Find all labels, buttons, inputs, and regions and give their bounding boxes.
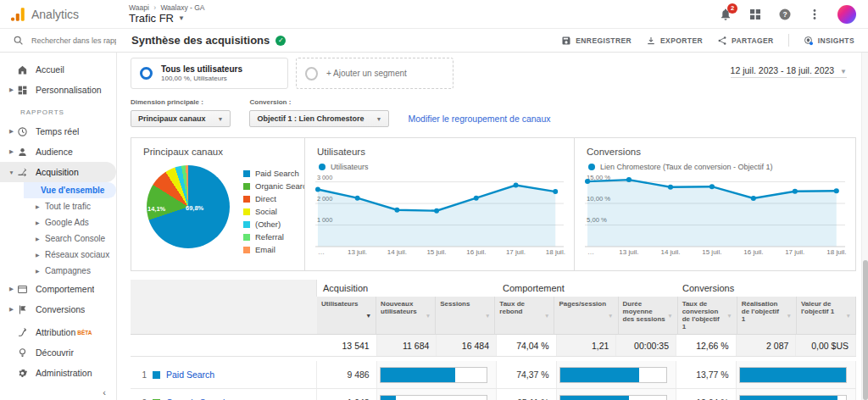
sort-icon: ▼ xyxy=(846,313,851,319)
sort-icon: ▼ xyxy=(365,313,371,319)
legend-item[interactable]: (Other) xyxy=(243,218,311,231)
sidebar-item-personnalisation[interactable]: ▶Personnalisation xyxy=(0,80,116,100)
breadcrumb-account[interactable]: Waapi xyxy=(129,3,149,12)
edit-channel-grouping-link[interactable]: Modifier le regroupement de canaux xyxy=(408,114,550,127)
legend-item[interactable]: Social xyxy=(243,205,311,218)
users-legend-label: Utilisateurs xyxy=(331,163,369,171)
conversions-line-chart[interactable]: 5,00 %10,00 %15,00 %…13 juil.14 juil.15 … xyxy=(585,175,845,258)
column-header-7[interactable]: Réalisation de l'objectif 1▼ xyxy=(737,297,797,335)
table-row: 2Organic Search1 94365,11 %12,64 % xyxy=(131,389,856,400)
x-axis-labels: …13 juil.14 juil.15 juil.16 juil.17 juil… xyxy=(585,248,845,258)
insights-button[interactable]: INSIGHTS xyxy=(804,36,854,46)
add-segment-button[interactable]: + Ajouter un segment xyxy=(296,58,453,89)
breadcrumb: Waapi › Waalaxy - GA xyxy=(129,3,205,12)
column-header-0[interactable]: Utilisateurs▼ xyxy=(317,297,376,335)
sidebar-item-acquisition[interactable]: ▼Acquisition xyxy=(0,162,116,182)
notifications-button[interactable]: 2 xyxy=(719,8,732,21)
save-button[interactable]: ENREGISTRER xyxy=(561,36,632,46)
search-input[interactable] xyxy=(31,36,116,45)
breadcrumb-property[interactable]: Waalaxy - GA xyxy=(160,3,204,12)
sidebar-item-label: Découvrir xyxy=(36,347,74,358)
gear-icon xyxy=(17,368,28,379)
sidebar-item-audience[interactable]: ▶Audience xyxy=(0,142,116,162)
column-header-5[interactable]: Durée moyenne des sessions▼ xyxy=(619,297,678,335)
table-corner xyxy=(131,280,317,297)
page-scrollbar[interactable] xyxy=(861,53,868,400)
sidebar-item-google-ads[interactable]: ▶Google Ads xyxy=(0,214,116,231)
legend-item[interactable]: Organic Search xyxy=(243,180,311,192)
column-header-4[interactable]: Pages/session▼ xyxy=(554,297,618,335)
segment-ring-icon xyxy=(140,67,153,80)
conversion-select[interactable]: Objectif 1 : Lien Chromestore ▼ xyxy=(249,110,389,127)
view-selector[interactable]: Trafic FR ▼ xyxy=(129,12,205,25)
conversion-value-cell: 13,77 % xyxy=(676,361,737,388)
sidebar-item-accueil[interactable]: Accueil xyxy=(0,59,116,80)
x-tick-label: 14 juil. xyxy=(660,248,680,256)
table-header-row: Utilisateurs▼Nouveaux utilisateurs▼Sessi… xyxy=(131,297,856,335)
bounce-value-cell: 65,11 % xyxy=(497,389,557,400)
sidebar-item-label: Search Console xyxy=(45,234,105,243)
sidebar-section-label: RAPPORTS xyxy=(0,100,116,121)
legend-item[interactable]: Direct xyxy=(243,192,311,205)
conversions-legend-label: Lien Chromestore (Taux de conversion - O… xyxy=(600,163,773,171)
column-header-2[interactable]: Sessions▼ xyxy=(436,297,495,335)
date-range-selector[interactable]: 12 juil. 2023 - 18 juil. 2023 ▼ xyxy=(731,65,847,78)
conversion-value-cell: 12,64 % xyxy=(676,389,737,400)
sidebar-item-decouvrir[interactable]: Découvrir xyxy=(0,342,116,363)
conversions-chart-title: Conversions xyxy=(587,147,845,157)
scrollbar-thumb[interactable] xyxy=(863,260,868,400)
column-header-6[interactable]: Taux de conversion de l'objectif 1▼ xyxy=(678,297,737,335)
report-search xyxy=(0,35,117,46)
dimension-label: Dimension principale : xyxy=(131,98,231,106)
column-header-3[interactable]: Taux de rebond▼ xyxy=(495,297,554,335)
legend-item[interactable]: Paid Search xyxy=(243,167,311,180)
totals-cell: 00:00:35 xyxy=(616,335,676,356)
expander-icon: ▼ xyxy=(6,169,17,175)
column-header-8[interactable]: Valeur de l'objectif 1▼ xyxy=(797,297,856,335)
clock-icon xyxy=(17,126,28,137)
help-icon[interactable]: ? xyxy=(778,8,792,21)
legend-item[interactable]: Referral xyxy=(243,231,311,243)
sidebar-item-conversions[interactable]: ▶Conversions xyxy=(0,299,116,319)
analytics-logo-icon xyxy=(10,7,25,22)
x-tick-label: 18 juil. xyxy=(546,248,565,256)
kebab-menu-icon[interactable] xyxy=(808,8,821,21)
sidebar-item-vue-densemble[interactable]: Vue d'ensemble xyxy=(24,182,116,198)
sidebar-item-tout-le-trafic[interactable]: ▶Tout le trafic xyxy=(0,198,116,214)
conversions-legend-dot xyxy=(588,164,595,170)
column-header-label: Nouveaux utilisateurs xyxy=(381,300,424,331)
share-icon xyxy=(717,36,727,46)
channel-link[interactable]: Paid Search xyxy=(166,369,214,380)
sidebar-item-comportement[interactable]: ▶Comportement xyxy=(0,279,116,299)
save-icon xyxy=(561,36,571,46)
totals-cell: 13 541 xyxy=(317,335,377,356)
pie-title: Principaux canaux xyxy=(143,147,294,157)
export-button[interactable]: EXPORTER xyxy=(646,36,703,46)
sidebar-item-label: Audience xyxy=(36,147,73,157)
chevron-down-icon: ▼ xyxy=(376,116,382,122)
view-name: Trafic FR xyxy=(129,12,174,25)
table-group-label: Acquisition xyxy=(317,283,497,293)
dimension-select[interactable]: Principaux canaux ▼ xyxy=(131,110,231,127)
sidebar-item-administration[interactable]: Administration xyxy=(0,363,116,383)
users-line-chart[interactable]: 1 0002 0003 000…13 juil.14 juil.15 juil.… xyxy=(315,175,564,258)
analytics-logo[interactable]: Analytics xyxy=(10,7,115,22)
apps-grid-icon[interactable] xyxy=(748,8,762,21)
flag-icon xyxy=(17,304,28,315)
sidebar-collapse-button[interactable]: ‹ xyxy=(103,387,106,397)
totals-cell: 0,00 $US xyxy=(796,335,856,356)
sidebar-item-temps-reel[interactable]: ▶Temps réel xyxy=(0,121,116,142)
row-rank: 1 xyxy=(139,370,147,380)
column-header-1[interactable]: Nouveaux utilisateurs▼ xyxy=(376,297,436,335)
sidebar-item-campagnes[interactable]: ▶Campagnes xyxy=(0,263,116,279)
column-header-label: Réalisation de l'objectif 1 xyxy=(742,300,785,331)
avatar[interactable] xyxy=(837,5,856,24)
legend-item[interactable]: Email xyxy=(243,243,311,256)
share-button[interactable]: PARTAGER xyxy=(717,36,774,46)
sidebar-item-search-console[interactable]: ▶Search Console xyxy=(0,231,116,247)
legend-label: Social xyxy=(255,207,277,216)
sidebar-item-attribution[interactable]: AttributionBÊTA xyxy=(0,322,116,342)
segment-all-users[interactable]: Tous les utilisateurs 100,00 %, Utilisat… xyxy=(131,58,288,89)
page-title-wrap: Synthèse des acquisitions ✓ xyxy=(117,34,286,47)
sidebar-item-reseaux-sociaux[interactable]: ▶Réseaux sociaux xyxy=(0,247,116,263)
